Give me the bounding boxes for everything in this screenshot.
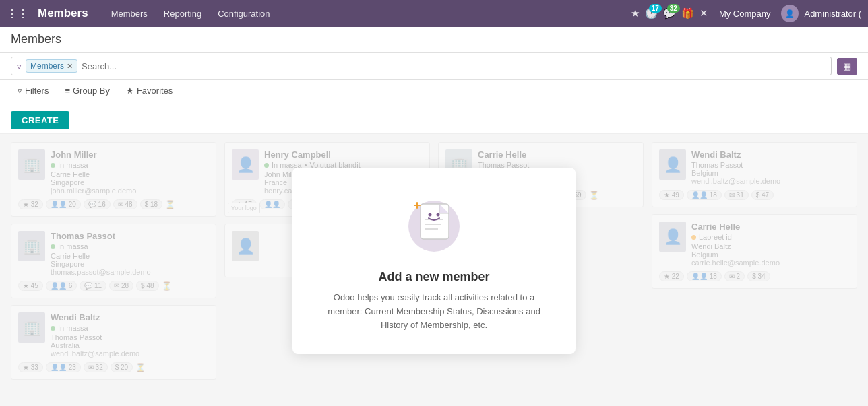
- tag: ★ 33: [18, 362, 43, 372]
- card-tags: ★ 45 👤👤 6 💬 11 ✉ 28 $ 48 ⏳: [18, 281, 209, 291]
- building-icon: 🏢: [23, 319, 41, 337]
- tag: 💬 11: [80, 281, 106, 291]
- card-header: 👤 Carrie Helle Laoreet id Wendi Baltz Be…: [659, 222, 850, 267]
- activity-badge: 17: [649, 4, 662, 13]
- tag: 👤👤 18: [687, 271, 722, 281]
- card-info: Thomas Passot In massa Carrie Helle Sing…: [51, 231, 209, 276]
- kanban-card[interactable]: 👤 Wendi Baltz Thomas Passot Belgium wend…: [652, 142, 857, 207]
- modal-illustration: [400, 189, 468, 257]
- action-bar: CREATE: [0, 104, 868, 134]
- activity-icon-sm: ⏳: [589, 191, 599, 200]
- active-filter-tag[interactable]: Members ✕: [26, 59, 78, 73]
- card-sub: Thomas Passot: [691, 161, 850, 169]
- gift-icon[interactable]: 🎁: [681, 7, 694, 20]
- card-status: In massa: [51, 324, 209, 332]
- kanban-column-1: 🏢 John Miller In massa Carrie Helle Sing…: [11, 142, 216, 380]
- close-icon[interactable]: ✕: [700, 7, 708, 20]
- building-icon: 🏢: [23, 238, 41, 255]
- card-name: Wendi Baltz: [691, 149, 850, 160]
- remove-filter-icon[interactable]: ✕: [67, 62, 73, 71]
- tag: ★ 45: [18, 281, 43, 291]
- card-email: john.miller@sample.demo: [51, 187, 209, 195]
- card-header: 🏢 Wendi Baltz In massa Thomas Passot Aus…: [18, 312, 209, 358]
- tag: $ 48: [136, 281, 158, 291]
- card-status: In massa: [51, 161, 209, 169]
- favorites-label: Favorites: [137, 86, 173, 96]
- tag: $ 34: [747, 271, 770, 281]
- card-name: Wendi Baltz: [51, 312, 209, 323]
- company-name[interactable]: My Company: [719, 9, 771, 19]
- tag: ★ 32: [18, 199, 43, 209]
- toolbar: ▿ Filters ≡ Group By ★ Favorites: [0, 80, 868, 104]
- star-icon[interactable]: ★: [631, 7, 640, 20]
- tag: ✉ 48: [113, 199, 137, 209]
- card-info: John Miller In massa Carrie Helle Singap…: [51, 149, 209, 195]
- person-icon: 👤: [664, 228, 682, 246]
- status-dot: [691, 235, 696, 240]
- page-title: Members: [11, 32, 61, 46]
- grid-icon[interactable]: ⋮⋮: [7, 7, 28, 20]
- filters-button[interactable]: ▿ Filters: [11, 83, 55, 98]
- status-text: In massa: [58, 242, 88, 250]
- create-button[interactable]: CREATE: [11, 111, 69, 129]
- kanban-view-button[interactable]: ▦: [837, 58, 857, 75]
- avatar[interactable]: 👤: [781, 5, 799, 22]
- tag: ✉ 28: [109, 281, 133, 291]
- card-tags: ★ 32 👤👤 20 💬 16 ✉ 48 $ 18 ⏳: [18, 199, 209, 209]
- group-by-button[interactable]: ≡ Group By: [58, 83, 117, 98]
- tag: ✉ 2: [724, 271, 745, 281]
- card-sub: Carrie Helle: [51, 170, 209, 178]
- tag: 💬 16: [84, 199, 111, 209]
- card-info: Wendi Baltz Thomas Passot Belgium wendi.…: [691, 149, 850, 185]
- person-icon-2: 👤: [237, 238, 255, 255]
- card-avatar: 🏢: [18, 312, 45, 343]
- tag: $ 18: [140, 199, 162, 209]
- group-by-label: Group By: [73, 86, 110, 96]
- view-toggle: ▦: [837, 58, 857, 75]
- tag: ✉ 31: [724, 190, 749, 200]
- card-location: Singapore: [51, 178, 209, 187]
- card-header: 🏢 Thomas Passot In massa Carrie Helle Si…: [18, 231, 209, 276]
- tag: $ 20: [111, 362, 133, 372]
- sub-header: Members: [0, 27, 868, 53]
- filter-tag-label: Members: [30, 61, 64, 71]
- app-title: Members: [38, 7, 88, 20]
- card-avatar: 👤: [659, 149, 686, 180]
- kanban-card[interactable]: 🏢 John Miller In massa Carrie Helle Sing…: [11, 142, 216, 217]
- card-info: Wendi Baltz In massa Thomas Passot Austr…: [51, 312, 209, 358]
- tag: $ 47: [751, 190, 774, 200]
- card-email: thomas.passot@sample.demo: [51, 268, 209, 276]
- card-header: 👤 Wendi Baltz Thomas Passot Belgium wend…: [659, 149, 850, 185]
- kanban-card[interactable]: 👤 Carrie Helle Laoreet id Wendi Baltz Be…: [652, 214, 857, 289]
- activity-icon[interactable]: 🕐 17: [645, 7, 658, 20]
- activity-icon-sm: ⏳: [135, 363, 146, 372]
- status-text: In massa: [58, 161, 88, 169]
- chat-badge: 32: [667, 4, 680, 13]
- tag: ✉ 32: [84, 362, 108, 372]
- user-name[interactable]: Administrator (: [804, 9, 861, 19]
- kanban-card[interactable]: 🏢 Thomas Passot In massa Carrie Helle Si…: [11, 224, 216, 298]
- card-sub: Thomas Passot: [51, 333, 209, 341]
- card-avatar: 🏢: [18, 231, 45, 261]
- kanban-card[interactable]: 🏢 Wendi Baltz In massa Thomas Passot Aus…: [11, 305, 216, 380]
- svg-point-8: [429, 213, 432, 216]
- card-email: wendi.baltz@sample.demo: [51, 349, 209, 358]
- nav-reporting[interactable]: Reporting: [157, 6, 208, 22]
- card-name: Carrie Helle: [691, 222, 850, 232]
- favorites-button[interactable]: ★ Favorites: [119, 83, 179, 98]
- tag: 👤👤 6: [46, 281, 77, 291]
- card-header: 🏢 John Miller In massa Carrie Helle Sing…: [18, 149, 209, 195]
- nav-members[interactable]: Members: [104, 6, 154, 22]
- tag: ★ 22: [659, 271, 684, 281]
- card-status: Laoreet id: [691, 233, 850, 241]
- status-text: In massa: [58, 324, 88, 332]
- card-tags: ★ 49 👤👤 18 ✉ 31 $ 47: [659, 190, 850, 200]
- card-name: Thomas Passot: [51, 231, 209, 241]
- person-icon: 👤: [664, 156, 682, 174]
- nav-menu: Members Reporting Configuration: [104, 6, 277, 22]
- nav-configuration[interactable]: Configuration: [211, 6, 276, 22]
- person-icon: 👤: [237, 156, 255, 174]
- chat-icon[interactable]: 💬 32: [663, 7, 676, 20]
- card-info: Carrie Helle Laoreet id Wendi Baltz Belg…: [691, 222, 850, 267]
- search-input[interactable]: [82, 61, 826, 71]
